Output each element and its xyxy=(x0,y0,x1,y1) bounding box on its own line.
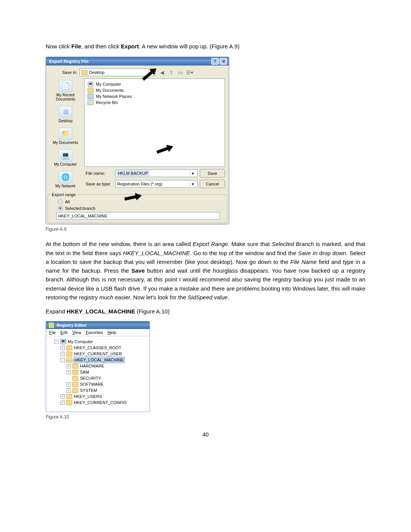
text: . A new window will pop up. (Figure A.9) xyxy=(139,43,239,50)
selected-branch-input[interactable]: HKEY_LOCAL_MACHINE xyxy=(56,212,220,220)
place-label: My Documents xyxy=(53,141,78,145)
folder-open-icon xyxy=(66,358,72,363)
dialog-title: Export Registry File xyxy=(49,59,89,64)
menu-favorites[interactable]: Favorites xyxy=(86,330,103,335)
place-my-recent-documents[interactable]: 📄 My Recent Documents xyxy=(50,80,81,101)
list-item[interactable]: My Computer xyxy=(88,81,221,87)
body-paragraph: At the bottom of the new window, there i… xyxy=(46,240,365,302)
folder-icon xyxy=(72,388,78,393)
place-label: My Network xyxy=(56,184,76,188)
save-in-dropdown[interactable]: Desktop ▾ xyxy=(80,69,156,76)
menu-view[interactable]: View xyxy=(72,330,81,335)
tree-node[interactable]: HKEY_USERS xyxy=(49,393,147,399)
place-label: Desktop xyxy=(59,119,73,123)
tree-collapse-icon[interactable] xyxy=(54,340,59,344)
text-italic: SidSpeed value xyxy=(188,294,228,300)
figure-caption-a10: Figure A.10 xyxy=(46,414,365,420)
page-number: 40 xyxy=(46,431,365,438)
text-bold: HKEY_LOCAL_MACHINE xyxy=(67,308,135,315)
folder-icon xyxy=(88,88,94,93)
tree-node[interactable]: SOFTWARE xyxy=(49,381,147,387)
place-my-computer[interactable]: 💻 My Computer xyxy=(50,149,81,166)
list-item-label: My Computer xyxy=(96,81,121,87)
help-icon[interactable]: ? xyxy=(211,58,219,65)
page-container: Now click File, and then click Export. A… xyxy=(0,0,411,468)
text-italic: File Name xyxy=(290,259,317,265)
tree-expand-icon[interactable] xyxy=(67,388,71,393)
tree-node-my-computer[interactable]: My Computer xyxy=(49,339,147,345)
file-area: 📄 My Recent Documents 🖥 Desktop 📁 My Doc… xyxy=(50,78,225,188)
regedit-app-icon: ⬚ xyxy=(48,322,54,328)
cancel-button-label: Cancel xyxy=(206,182,219,186)
chevron-down-icon[interactable]: ▾ xyxy=(148,70,154,75)
tree-node-label: HARDWARE xyxy=(80,363,104,369)
tree-expand-icon[interactable] xyxy=(61,352,65,356)
back-icon[interactable]: ◀ xyxy=(159,69,166,76)
text-bold-export: Export xyxy=(121,43,139,50)
place-desktop[interactable]: 🖥 Desktop xyxy=(50,106,81,123)
views-icon[interactable]: ☰▾ xyxy=(186,69,193,76)
tree-node[interactable]: HKEY_CLASSES_ROOT xyxy=(49,345,147,351)
new-folder-icon[interactable]: ▭ xyxy=(177,69,184,76)
tree-expand-icon[interactable] xyxy=(61,395,65,399)
tree-node-label: My Computer xyxy=(68,339,93,345)
folder-icon xyxy=(66,400,72,405)
place-my-network[interactable]: 🌐 My Network xyxy=(50,171,81,188)
regedit-title: Registry Editor xyxy=(57,323,87,328)
registry-editor-window: ⬚ Registry Editor File Edit View Favorit… xyxy=(46,321,150,412)
place-my-documents[interactable]: 📁 My Documents xyxy=(50,128,81,145)
folder-icon xyxy=(66,345,72,350)
tree-node[interactable]: SYSTEM xyxy=(49,387,147,393)
cancel-button[interactable]: Cancel xyxy=(200,180,225,188)
tree-collapse-icon[interactable] xyxy=(61,358,65,362)
place-label: My Recent Documents xyxy=(50,93,81,101)
text: . Go to the top of the window and find t… xyxy=(190,250,298,256)
tree-node-hklm[interactable]: HKEY_LOCAL_MACHINE xyxy=(49,357,147,363)
tree-node[interactable]: SAM xyxy=(49,369,147,375)
tree-node[interactable]: HARDWARE xyxy=(49,363,147,369)
up-one-level-icon[interactable]: ⇧ xyxy=(168,69,175,76)
dialog-body: Save in: Desktop ▾ ◀ ⇧ ▭ ☰▾ 📄 xyxy=(46,66,229,192)
toolbar-icons: ◀ ⇧ ▭ ☰▾ xyxy=(156,69,193,76)
radio-selected-branch[interactable]: Selected branch xyxy=(58,206,225,211)
tree-node[interactable]: SECURITY xyxy=(49,375,147,381)
list-item[interactable]: Recycle Bin xyxy=(88,99,221,105)
close-icon[interactable]: ✕ xyxy=(220,58,227,65)
menu-help[interactable]: Help xyxy=(108,330,116,335)
list-item[interactable]: My Network Places xyxy=(88,93,221,99)
tree-expand-icon[interactable] xyxy=(61,346,65,350)
list-item-label: My Network Places xyxy=(96,93,132,99)
tree-node[interactable]: HKEY_CURRENT_USER xyxy=(49,351,147,357)
desktop-icon: 🖥 xyxy=(59,106,72,118)
registry-tree: My Computer HKEY_CLASSES_ROOT HKEY_CURRE… xyxy=(46,336,150,406)
tree-expand-icon[interactable] xyxy=(67,370,71,374)
radio-all[interactable]: All xyxy=(58,199,225,204)
tree-node[interactable]: HKEY_CURRENT_CONFIG xyxy=(49,399,147,406)
file-listing[interactable]: My Computer My Documents My Network Plac… xyxy=(84,78,225,167)
text-italic: much xyxy=(99,294,113,300)
export-registry-dialog: Export Registry File ? ✕ Save in: Deskto… xyxy=(46,57,229,224)
file-name-label: File name: xyxy=(84,171,113,176)
tree-expand-icon[interactable] xyxy=(67,364,71,368)
dialog-titlebar: Export Registry File ? ✕ xyxy=(46,57,229,66)
save-button[interactable]: Save xyxy=(200,169,225,177)
tree-node-label: HKEY_USERS xyxy=(74,393,102,399)
menu-edit[interactable]: Edit xyxy=(61,330,68,335)
chevron-down-icon[interactable]: ▾ xyxy=(190,181,196,187)
tree-expand-icon[interactable] xyxy=(61,401,65,405)
save-as-type-dropdown[interactable]: Registration Files (*.reg) ▾ xyxy=(115,180,198,188)
my-documents-icon: 📁 xyxy=(59,128,72,140)
tree-expand-icon[interactable] xyxy=(67,382,71,387)
file-name-input[interactable]: HKLM BACKUP ▾ xyxy=(115,169,198,177)
selected-branch-value: HKEY_LOCAL_MACHINE xyxy=(58,214,107,218)
tree-node-label: HKEY_CURRENT_USER xyxy=(74,351,122,357)
menu-file[interactable]: File xyxy=(49,330,56,335)
chevron-down-icon[interactable]: ▾ xyxy=(190,171,196,176)
tree-node-label: SECURITY xyxy=(80,375,101,381)
regedit-titlebar: ⬚ Registry Editor xyxy=(46,321,150,329)
save-as-type-label: Save as type: xyxy=(84,182,113,186)
folder-icon xyxy=(66,394,72,399)
save-in-value: Desktop xyxy=(89,70,104,75)
my-computer-icon: 💻 xyxy=(59,149,72,161)
list-item[interactable]: My Documents xyxy=(88,87,221,93)
